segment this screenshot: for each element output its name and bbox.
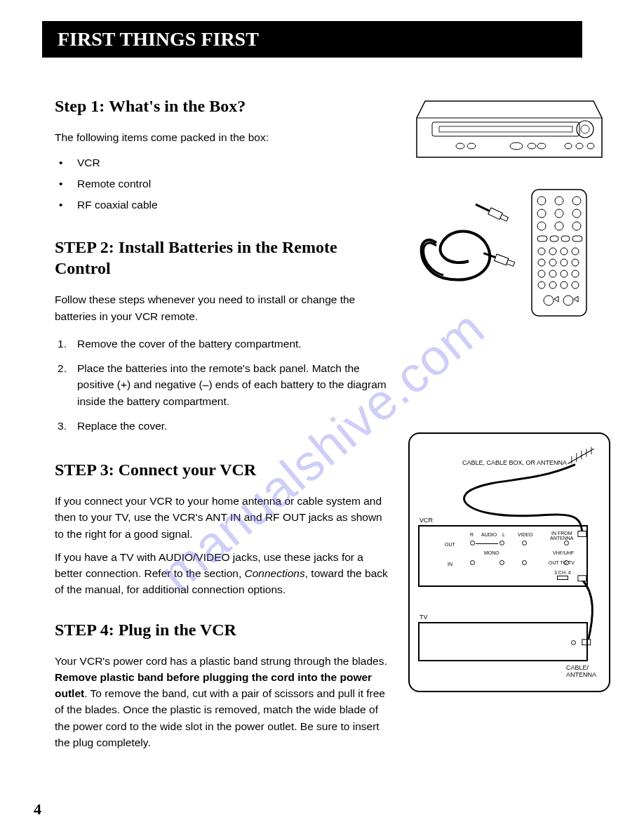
- list-item: VCR: [55, 152, 393, 173]
- diagram-tv-label: TV: [420, 614, 428, 621]
- list-item: Remove the cover of the battery compartm…: [55, 331, 393, 356]
- step4-p1c: . To remove the band, cut with a pair of…: [55, 687, 385, 748]
- page-number: 4: [34, 800, 41, 819]
- list-item: Place the batteries into the remote's ba…: [55, 356, 393, 413]
- svg-line-15: [476, 204, 490, 211]
- jack: [564, 541, 569, 545]
- jack: [470, 541, 475, 545]
- step1-intro: The following items come packed in the b…: [55, 129, 393, 145]
- jack-label-out: OUT: [445, 542, 455, 547]
- step4-p1: Your VCR's power cord has a plastic band…: [55, 653, 393, 751]
- step3-p1: If you connect your VCR to your home ant…: [55, 493, 393, 542]
- diagram-vcr-box: R AUDIO L VIDEO IN FROM ANTENNA OUT MONO…: [418, 525, 588, 587]
- list-item: RF coaxial cable: [55, 194, 393, 216]
- diagram-cable-antenna-label: CABLE/ ANTENNA: [566, 664, 596, 678]
- ch-switch: [557, 576, 568, 580]
- connection-diagram: CABLE, CABLE BOX, OR ANTENNA: [408, 432, 610, 692]
- jack-label-r: R: [470, 532, 474, 537]
- jack-label-infrom: IN FROM ANTENNA: [550, 531, 573, 541]
- step2-heading: STEP 2: Install Batteries in the Remote …: [55, 237, 393, 279]
- diagram-tv-box: [418, 622, 588, 661]
- jack: [470, 560, 475, 565]
- jack-label-video: VIDEO: [518, 532, 533, 537]
- list-item: Remote control: [55, 173, 393, 194]
- jack-label-outto: OUT TO TV: [549, 560, 575, 565]
- jack: [571, 640, 576, 645]
- step3-heading: STEP 3: Connect your VCR: [55, 459, 393, 480]
- step4-heading: STEP 4: Plug in the VCR: [55, 619, 393, 640]
- jack-label-l: L: [502, 532, 505, 537]
- cable-illustration: [408, 187, 521, 306]
- vcr-illustration: [408, 91, 610, 168]
- jack: [522, 560, 527, 565]
- step4-p1a: Your VCR's power cord has a plastic band…: [55, 655, 387, 667]
- svg-rect-14: [500, 214, 509, 221]
- jack-label-vhfuhf: VHF/UHF: [553, 550, 574, 555]
- jack: [499, 560, 504, 565]
- step1-heading: Step 1: What's in the Box?: [55, 95, 393, 117]
- list-item: Replace the cover.: [55, 413, 393, 438]
- jack-label-audio: AUDIO: [481, 532, 497, 537]
- step3-p2-italic: Connections: [245, 567, 305, 579]
- step2-intro: Follow these steps whenever you need to …: [55, 291, 393, 324]
- step3-p2: If you have a TV with AUDIO/VIDEO jacks,…: [55, 549, 393, 598]
- jack-label-in: IN: [448, 562, 452, 567]
- diagram-top-label: CABLE, CABLE BOX, OR ANTENNA: [431, 459, 567, 466]
- antenna-icon: [565, 445, 596, 466]
- step2-list: Remove the cover of the battery compartm…: [55, 331, 393, 438]
- diagram-vcr-label: VCR: [420, 517, 433, 524]
- jack-label-ch: 3 CH. 4: [554, 570, 571, 575]
- jack: [522, 541, 527, 545]
- jack: [499, 541, 504, 545]
- svg-rect-17: [507, 260, 514, 266]
- jack-label-mono: MONO: [484, 550, 499, 555]
- section-banner: FIRST THINGS FIRST: [42, 21, 582, 58]
- step1-list: VCR Remote control RF coaxial cable: [55, 152, 393, 216]
- remote-illustration: [528, 187, 591, 320]
